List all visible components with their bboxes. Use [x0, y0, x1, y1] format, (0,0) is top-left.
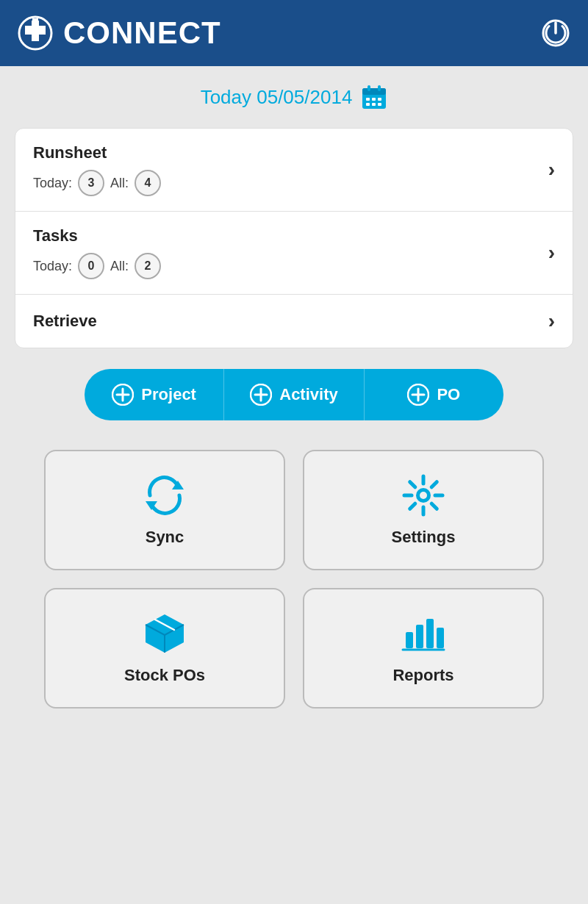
runsheet-content: Runsheet Today: 3 All: 4	[33, 143, 161, 196]
svg-rect-12	[378, 103, 381, 106]
box-icon	[143, 611, 187, 656]
tasks-meta: Today: 0 All: 2	[33, 253, 161, 279]
logo-icon	[18, 15, 53, 51]
header-left: CONNECT	[18, 15, 221, 51]
tasks-today-count: 0	[78, 253, 104, 279]
add-project-button[interactable]: Project	[85, 369, 224, 420]
svg-line-32	[410, 503, 415, 509]
svg-rect-40	[437, 628, 444, 648]
retrieve-chevron: ›	[548, 309, 555, 333]
add-project-label: Project	[141, 385, 196, 404]
svg-rect-11	[372, 103, 376, 106]
tasks-chevron: ›	[548, 241, 555, 265]
stock-pos-label: Stock POs	[124, 666, 205, 685]
sync-label: Sync	[146, 528, 184, 547]
svg-rect-7	[366, 98, 370, 101]
chart-icon	[401, 611, 445, 656]
app-header: CONNECT	[0, 0, 588, 66]
tasks-today-label: Today:	[33, 259, 72, 274]
svg-rect-8	[372, 98, 376, 101]
runsheet-today-count: 3	[78, 170, 104, 196]
runsheet-row[interactable]: Runsheet Today: 3 All: 4 ›	[15, 129, 573, 212]
svg-rect-4	[362, 88, 386, 95]
tasks-content: Tasks Today: 0 All: 2	[33, 226, 161, 279]
runsheet-all-count: 4	[135, 170, 161, 196]
reports-label: Reports	[392, 666, 453, 685]
retrieve-title: Retrieve	[33, 312, 97, 331]
svg-rect-38	[416, 625, 423, 648]
main-card: Runsheet Today: 3 All: 4 › Tasks Today: …	[15, 128, 573, 348]
tasks-title: Tasks	[33, 226, 161, 245]
runsheet-all-label: All:	[110, 176, 129, 191]
calendar-icon[interactable]	[361, 84, 387, 110]
gear-icon	[401, 473, 445, 517]
today-date: Today 05/05/2014	[201, 86, 353, 109]
plus-circle-icon	[112, 384, 134, 406]
runsheet-title: Runsheet	[33, 143, 161, 162]
add-activity-label: Activity	[279, 385, 337, 404]
svg-rect-10	[366, 103, 370, 106]
svg-rect-5	[368, 85, 370, 91]
retrieve-row[interactable]: Retrieve ›	[15, 295, 573, 348]
add-activity-button[interactable]: Activity	[224, 369, 364, 420]
power-icon[interactable]	[541, 18, 570, 48]
svg-line-31	[431, 482, 437, 487]
add-po-button[interactable]: PO	[365, 369, 503, 420]
svg-line-29	[410, 482, 415, 487]
retrieve-content: Retrieve	[33, 312, 97, 331]
reports-button[interactable]: Reports	[303, 588, 544, 709]
sync-icon	[143, 473, 187, 517]
date-row: Today 05/05/2014	[15, 84, 573, 110]
settings-label: Settings	[392, 528, 456, 547]
grid-buttons-section: Sync Settings	[44, 450, 544, 709]
stock-pos-button[interactable]: Stock POs	[44, 588, 285, 709]
tasks-row[interactable]: Tasks Today: 0 All: 2 ›	[15, 212, 573, 295]
sync-button[interactable]: Sync	[44, 450, 285, 570]
svg-point-34	[420, 492, 427, 499]
runsheet-meta: Today: 3 All: 4	[33, 170, 161, 196]
runsheet-chevron: ›	[548, 158, 555, 182]
runsheet-today-label: Today:	[33, 176, 72, 191]
settings-button[interactable]: Settings	[303, 450, 544, 570]
svg-line-30	[431, 503, 437, 509]
plus-circle-icon	[407, 384, 429, 406]
add-po-label: PO	[437, 385, 460, 404]
action-buttons-group: Project Activity PO	[85, 369, 503, 420]
main-content: Today 05/05/2014 Runsheet Today: 3 All:	[0, 66, 588, 904]
svg-rect-6	[378, 85, 381, 91]
tasks-all-count: 2	[135, 253, 161, 279]
svg-rect-39	[426, 619, 434, 648]
tasks-all-label: All:	[110, 259, 129, 274]
plus-circle-icon	[250, 384, 272, 406]
svg-rect-37	[406, 632, 413, 648]
app-title: CONNECT	[63, 15, 221, 51]
svg-rect-9	[378, 98, 381, 101]
